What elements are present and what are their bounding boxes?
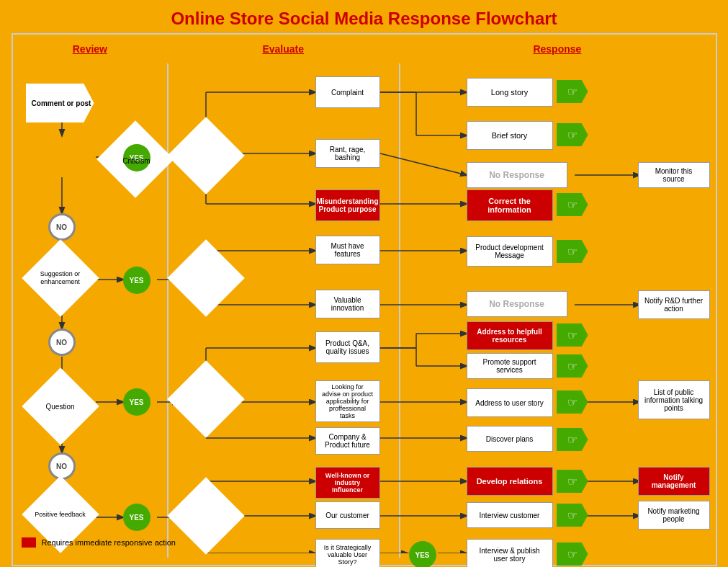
interview-customer-node: Interview customer (467, 502, 553, 528)
interview-publish-node: Interview & publish user story (467, 539, 553, 567)
valuable-innovation-node: Valuable innovation (315, 290, 380, 318)
hand-icon: ☞ (567, 475, 578, 488)
eval-diamond-3 (179, 372, 233, 427)
svg-line-25 (380, 153, 467, 175)
hand-icon: ☞ (567, 85, 578, 99)
hand-icon: ☞ (567, 360, 578, 373)
hand-icon: ☞ (567, 245, 578, 259)
product-dev-node: Product development Message (467, 236, 553, 267)
yes5-badge: YES (409, 541, 436, 567)
our-customer-node: Our customer (315, 501, 380, 529)
brief-story-node: Brief story (467, 121, 553, 150)
no1-badge: NO (48, 213, 76, 241)
looking-for-advise-node: Looking for advise on product applicabil… (315, 380, 380, 422)
question-label: Question (45, 403, 74, 411)
product-dev-badge[interactable]: ☞ (557, 240, 588, 263)
legend-text: Requires immediate responsive action (42, 538, 176, 547)
promote-support-badge[interactable]: ☞ (557, 354, 588, 378)
monitor-source-node: Monitor this source (638, 162, 710, 188)
discover-plans-badge[interactable]: ☞ (557, 428, 588, 451)
long-story-badge[interactable]: ☞ (557, 80, 588, 103)
company-future-node: Company & Product future (315, 427, 380, 455)
no-response-2-node: No Response (467, 291, 567, 317)
address-user-story-node: Address to user story (467, 388, 553, 417)
no-response-1-node: No Response (467, 162, 567, 188)
hand-icon: ☞ (567, 509, 578, 522)
hand-icon: ☞ (567, 548, 578, 561)
address-helpful-badge[interactable]: ☞ (557, 323, 588, 347)
criticism-node: Criticism (108, 132, 163, 187)
promote-support-node: Promote support services (467, 353, 553, 379)
yes3-badge: YES (123, 388, 150, 416)
suggestion-node: Suggestion or enhancement (33, 251, 91, 305)
discover-plans-node: Discover plans (467, 426, 553, 452)
long-story-node: Long story (467, 78, 553, 107)
yes2-badge: YES (123, 267, 150, 294)
strategically-valuable-node: Is it Strategically valuable User Story? (315, 539, 380, 567)
eval-diamond-4 (179, 488, 233, 543)
rant-node: Rant, rage, bashing (315, 139, 380, 168)
misunderstanding-node: Misunderstanding Product purpose (315, 189, 380, 221)
question-node: Question (33, 379, 91, 434)
brief-story-badge[interactable]: ☞ (557, 123, 588, 146)
interview-customer-badge[interactable]: ☞ (557, 504, 588, 527)
develop-relations-node: Develop relations (467, 467, 553, 496)
chart-container: Review Evaluate Response (12, 33, 717, 566)
hand-icon: ☞ (567, 198, 578, 212)
address-helpful-node: Address to helpfull resources (467, 321, 553, 350)
address-user-story-badge[interactable]: ☞ (557, 390, 588, 414)
notify-management-node: Notify management (638, 467, 710, 496)
suggestion-label: Suggestion or enhancement (33, 270, 88, 286)
product-qa-node: Product Q&A, quality issues (315, 331, 380, 363)
comment-or-post-node: Comment or post (26, 84, 94, 122)
eval-diamond-2 (179, 251, 233, 305)
hand-icon: ☞ (567, 329, 578, 342)
notify-marketing-node: Notify marketing people (638, 501, 710, 530)
eval-diamond-1 (179, 128, 233, 183)
correct-info-badge[interactable]: ☞ (557, 193, 588, 216)
hand-icon: ☞ (567, 433, 578, 447)
flowchart: Comment or post Criticism YES NO Suggest… (13, 35, 716, 553)
yes4-badge: YES (123, 504, 150, 531)
comment-or-post-label: Comment or post (29, 99, 91, 107)
positive-feedback-node: Positive feedback (33, 487, 91, 542)
notify-rd-node: Notify R&D further action (638, 290, 710, 319)
no2-badge: NO (48, 329, 76, 356)
interview-publish-badge[interactable]: ☞ (557, 543, 588, 566)
criticism-label: Criticism (122, 157, 150, 165)
complaint-node: Complaint (315, 76, 380, 108)
hand-icon: ☞ (567, 396, 578, 409)
no3-badge: NO (48, 452, 76, 480)
list-of-public-node: List of public information talking point… (638, 380, 710, 419)
develop-relations-badge[interactable]: ☞ (557, 470, 588, 493)
well-known-node: Well-known or Industry Influencer (315, 467, 380, 499)
page-title: Online Store Social Media Response Flowc… (0, 0, 728, 33)
correct-info-node: Correct the information (467, 189, 553, 221)
positive-feedback-label: Positive feedback (35, 511, 86, 519)
hand-icon: ☞ (567, 128, 578, 142)
legend-box (22, 537, 36, 548)
must-have-node: Must have features (315, 236, 380, 264)
legend: Requires immediate responsive action (22, 537, 176, 548)
